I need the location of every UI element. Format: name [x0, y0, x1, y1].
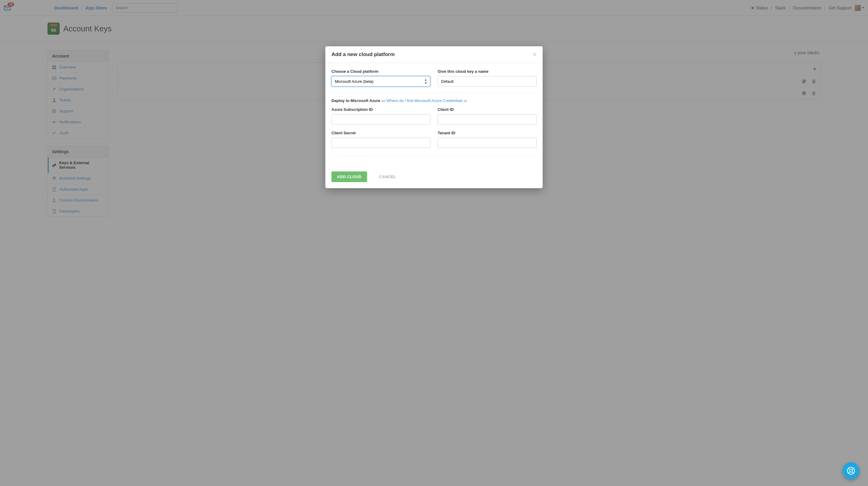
tenant-id-input[interactable] — [438, 138, 536, 148]
tenant-id-label: Tenant ID — [438, 131, 536, 135]
subscription-id-input[interactable] — [332, 114, 430, 125]
platform-select[interactable] — [332, 76, 430, 87]
add-cloud-button[interactable]: ADD CLOUD — [332, 172, 367, 182]
modal-overlay: Add a new cloud platform × Choose a Clou… — [0, 0, 868, 233]
client-secret-label: Client Secret — [332, 131, 430, 135]
cancel-button[interactable]: CANCEL — [374, 172, 402, 182]
client-secret-input[interactable] — [332, 138, 430, 148]
deploy-heading: Deploy to Microsoft Azure — Where do I f… — [332, 98, 536, 103]
client-id-label: Client ID — [438, 107, 536, 112]
client-id-input[interactable] — [438, 114, 536, 125]
external-link-icon: ⧉ — [464, 99, 467, 102]
subscription-id-label: Azure Subscription ID — [332, 107, 430, 112]
name-label: Give this cloud key a name — [438, 69, 536, 74]
platform-label: Choose a Cloud platform — [332, 69, 430, 74]
modal-title: Add a new cloud platform — [332, 52, 395, 58]
add-cloud-modal: Add a new cloud platform × Choose a Clou… — [326, 46, 542, 188]
close-icon[interactable]: × — [533, 51, 536, 58]
cloud-key-name-input[interactable] — [438, 76, 536, 87]
credentials-help-link[interactable]: Where do I find Microsoft Azure Credenti… — [386, 98, 467, 103]
